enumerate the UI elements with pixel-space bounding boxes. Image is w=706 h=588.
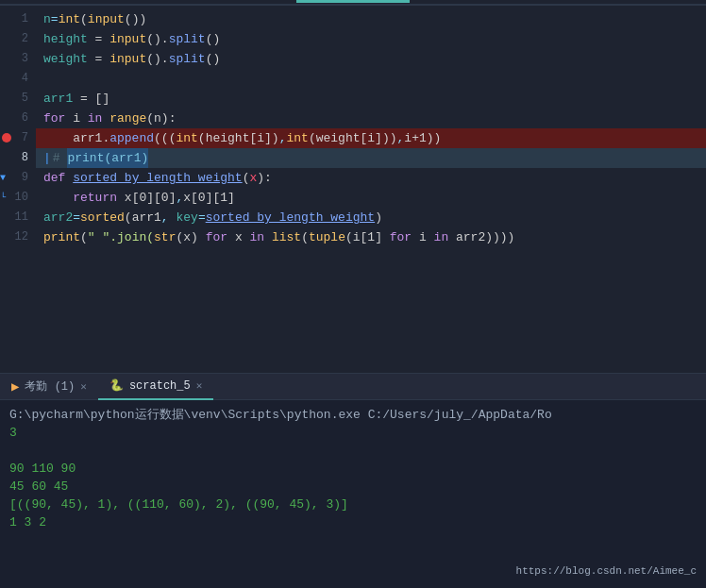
token: int (176, 128, 197, 148)
token: str (154, 227, 176, 247)
token: input (88, 9, 125, 29)
token: for (43, 109, 65, 128)
token: i (65, 109, 87, 128)
code-line-3: weight = input().split() (36, 49, 706, 69)
token: # (53, 148, 68, 168)
token: (height[i]) (198, 128, 279, 148)
token: arr2 (43, 208, 73, 227)
token: sorted_by_length_weight (73, 168, 242, 188)
token: | (43, 148, 51, 168)
console-line-1: 3 (9, 424, 697, 442)
token: int (59, 9, 80, 29)
token: ( (243, 168, 250, 188)
token: arr2)))) (448, 227, 514, 247)
token: (). (146, 29, 168, 49)
token: ( (80, 9, 88, 29)
token: " ".join( (88, 227, 154, 247)
bottom-panel: ▶ 考勤 (1) ✕ 🐍 scratch_5 ✕ G:\pycharm\pyth… (0, 373, 706, 588)
csdn-url: https://blog.csdn.net/Aimee_c (516, 565, 697, 577)
token: input (109, 49, 146, 69)
tab-scratch5-label: scratch_5 (129, 379, 191, 393)
breakpoint-icon (2, 133, 11, 143)
token: n (43, 9, 51, 29)
token: in (434, 227, 449, 247)
token: x (249, 168, 257, 188)
token: = (73, 208, 80, 227)
token (102, 109, 109, 128)
code-line-1: n=int(input()) (36, 9, 706, 29)
code-line-6: for i in range(n): (36, 109, 706, 128)
token: int (286, 128, 308, 148)
token: i+1)) (404, 128, 441, 148)
code-line-7: arr1.append(((int(height[i]),int(weight[… (36, 128, 706, 148)
code-line-11: arr2=sorted(arr1, key=sorted_by_length_w… (36, 208, 706, 227)
fold-icon[interactable]: ▼ (0, 168, 6, 188)
fold-close-icon[interactable]: └ (0, 188, 6, 208)
token: append (109, 128, 154, 148)
token: split (169, 29, 206, 49)
token: = [] (73, 89, 109, 109)
token: (x) (176, 227, 205, 247)
token: print(arr1) (67, 148, 148, 168)
token: return (73, 188, 117, 208)
tab-scratch5-close[interactable]: ✕ (196, 379, 203, 392)
token: range (109, 109, 146, 128)
tab-kaochin-close[interactable]: ✕ (80, 380, 87, 393)
token: arr1 (43, 89, 73, 109)
token: ): (257, 168, 272, 188)
token (65, 168, 73, 188)
token: split (169, 49, 206, 69)
token: = (198, 208, 206, 227)
code-line-2: height = input().split() (36, 29, 706, 49)
run-icon: ▶ (11, 378, 19, 395)
token: in (249, 227, 264, 247)
token: ( (301, 227, 309, 247)
token: , (176, 188, 183, 208)
token: () (206, 49, 221, 69)
token: list (272, 227, 301, 247)
token: in (88, 109, 103, 128)
token: tuple (309, 227, 345, 247)
code-line-8: |# print(arr1) (36, 148, 706, 168)
token: for (206, 227, 227, 247)
token: (weight[i])) (309, 128, 397, 148)
token: (i[1] (345, 227, 390, 247)
token: (). (146, 49, 168, 69)
token: , (397, 128, 405, 148)
token: i (412, 227, 433, 247)
code-line-9: def sorted_by_length_weight(x): (36, 168, 706, 188)
console-line-blank (9, 442, 697, 460)
tab-kaochin-label: 考勤 (1) (25, 378, 75, 395)
token: weight (43, 49, 88, 69)
token: ()) (125, 9, 146, 29)
code-line-4 (36, 69, 706, 89)
editor-area: 1 2 3 4 5 6 7 8 ▼ 9 └ 10 11 12 (0, 0, 706, 373)
token: ((( (154, 128, 176, 148)
tab-kaochin[interactable]: ▶ 考勤 (1) ✕ (0, 374, 98, 400)
tab-scratch5[interactable]: 🐍 scratch_5 ✕ (98, 374, 213, 400)
line-numbers: 1 2 3 4 5 6 7 8 ▼ 9 └ 10 11 12 (0, 6, 36, 373)
token: for (390, 227, 412, 247)
token: key (176, 208, 197, 227)
token: input (109, 29, 146, 49)
token (264, 227, 272, 247)
bottom-tab-bar: ▶ 考勤 (1) ✕ 🐍 scratch_5 ✕ (0, 374, 706, 400)
token: = (88, 49, 109, 69)
code-line-5: arr1 = [] (36, 89, 706, 109)
token: , (161, 208, 176, 227)
code-line-12: print(" ".join(str(x) for x in list(tupl… (36, 227, 706, 247)
token: print (43, 227, 80, 247)
token: arr1. (43, 128, 109, 148)
code-line-10: return x[0][0],x[0][1] (36, 188, 706, 208)
console-line-4: [((90, 45), 1), ((110, 60), 2), ((90, 45… (9, 496, 697, 513)
token: height (43, 29, 88, 49)
token: ( (80, 227, 88, 247)
code-editor[interactable]: n=int(input()) height = input().split() … (36, 6, 706, 373)
console-line-3: 45 60 45 (9, 478, 697, 496)
token: x[0][1] (183, 188, 235, 208)
token: def (43, 168, 65, 188)
token: = (51, 9, 59, 29)
console-line-2: 90 110 90 (9, 460, 697, 478)
console-content: G:\pycharm\python运行数据\venv\Scripts\pytho… (0, 400, 706, 537)
token (43, 188, 73, 208)
